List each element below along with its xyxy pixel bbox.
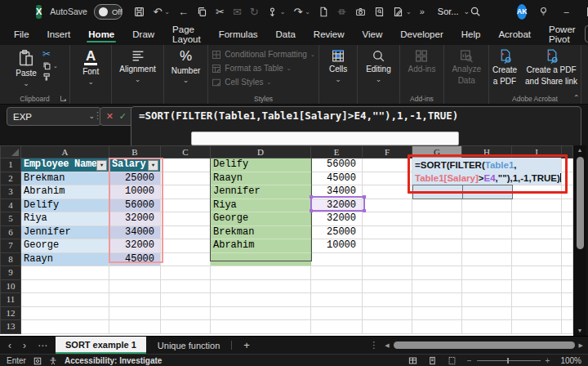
- enter-check-icon[interactable]: ✓: [119, 111, 127, 122]
- cell[interactable]: [311, 266, 363, 280]
- copy-icon[interactable]: [197, 7, 207, 17]
- cell[interactable]: [512, 279, 562, 293]
- cell[interactable]: [363, 158, 412, 172]
- page-break-view-icon[interactable]: [448, 356, 457, 365]
- cell[interactable]: [109, 266, 161, 280]
- save-icon[interactable]: [134, 7, 145, 17]
- cell-B2[interactable]: 25000: [109, 172, 161, 185]
- row-header-2[interactable]: 2: [1, 172, 21, 185]
- cell[interactable]: [412, 252, 462, 266]
- sheet-tab-sort-example[interactable]: SORT example 1: [56, 337, 146, 354]
- cell[interactable]: [363, 172, 412, 185]
- vertical-scrollbar[interactable]: ▲ ▼: [573, 145, 586, 336]
- row-header-9[interactable]: 9: [1, 266, 21, 280]
- cell[interactable]: [462, 185, 512, 199]
- tab-developer[interactable]: Developer: [391, 23, 452, 45]
- cell-E6[interactable]: 25000: [311, 225, 363, 239]
- tab-scroll-split-icon[interactable]: ⋮: [363, 337, 385, 354]
- new-file-icon[interactable]: [318, 7, 328, 17]
- create-pdf-button[interactable]: Create a PDF: [488, 47, 521, 87]
- cell-A3[interactable]: Abrahim: [21, 185, 109, 199]
- cell[interactable]: [363, 306, 412, 320]
- cell[interactable]: [161, 320, 211, 334]
- cell[interactable]: [363, 239, 412, 253]
- cell-D2[interactable]: Raayn: [211, 172, 311, 185]
- cell[interactable]: [211, 279, 311, 293]
- cell[interactable]: [211, 306, 311, 320]
- copy-icon[interactable]: [42, 61, 51, 70]
- sheet-list-icon[interactable]: ⋯: [38, 340, 47, 351]
- cell[interactable]: [109, 279, 161, 293]
- cut-icon[interactable]: ✂: [216, 7, 225, 17]
- tab-draw[interactable]: Draw: [123, 23, 163, 45]
- document-title[interactable]: Sor... ⌄: [438, 7, 470, 16]
- cell[interactable]: [311, 293, 363, 307]
- select-all-corner[interactable]: [1, 146, 21, 158]
- paste-button[interactable]: Paste ⌄: [11, 47, 41, 89]
- col-header-D[interactable]: D: [211, 146, 311, 158]
- cell-E5[interactable]: 32000: [311, 212, 363, 226]
- format-painter-icon[interactable]: [42, 73, 51, 82]
- cell[interactable]: [512, 252, 562, 266]
- draft-pen-icon[interactable]: [393, 7, 403, 17]
- tab-data[interactable]: Data: [267, 23, 305, 45]
- cell-D8[interactable]: [211, 252, 311, 266]
- filter-button[interactable]: ▼: [148, 160, 158, 171]
- cell[interactable]: [512, 225, 562, 239]
- editing-menu-button[interactable]: Editing ⌄: [362, 47, 395, 85]
- macro-record-icon[interactable]: [33, 357, 42, 365]
- cell[interactable]: [462, 320, 512, 334]
- cell[interactable]: [21, 306, 109, 320]
- cell-A7[interactable]: George: [21, 239, 109, 253]
- cell[interactable]: [311, 320, 363, 334]
- cell[interactable]: [363, 185, 412, 199]
- cell[interactable]: [363, 225, 412, 239]
- cell[interactable]: [311, 306, 363, 320]
- cell[interactable]: [462, 239, 512, 253]
- cell[interactable]: [412, 266, 462, 280]
- cell-D5[interactable]: George: [211, 212, 311, 226]
- row-header-4[interactable]: 4: [1, 199, 21, 212]
- touch-chevron-icon[interactable]: ⌄: [280, 8, 286, 16]
- scroll-right-icon[interactable]: ▶: [579, 342, 583, 349]
- tab-formulas[interactable]: Formulas: [210, 23, 267, 45]
- col-header-E[interactable]: E: [311, 146, 363, 158]
- qat-overflow-icon[interactable]: »: [420, 7, 425, 16]
- sheet-tab-unique-function[interactable]: Unique function: [146, 337, 231, 354]
- row-header-13[interactable]: 13: [1, 320, 21, 334]
- tab-file[interactable]: File: [5, 23, 38, 45]
- font-menu-button[interactable]: A Font ⌄: [78, 47, 103, 87]
- cells-menu-button[interactable]: Cells ⌄: [325, 47, 351, 85]
- cell-A4[interactable]: Delify: [21, 199, 109, 212]
- tab-page-layout[interactable]: Page Layout: [163, 23, 210, 45]
- tab-help[interactable]: Help: [452, 23, 490, 45]
- scroll-left-icon[interactable]: ◀: [385, 342, 389, 349]
- cell[interactable]: [412, 185, 462, 199]
- name-box[interactable]: EXP ⌄: [7, 107, 101, 126]
- sheet-nav-left-icon[interactable]: ‹: [8, 340, 11, 351]
- cell-D6[interactable]: Brekman: [211, 225, 311, 239]
- cell[interactable]: [462, 225, 512, 239]
- cell[interactable]: [161, 199, 211, 212]
- cell[interactable]: [412, 293, 462, 307]
- cell[interactable]: [21, 279, 109, 293]
- redo-chevron-icon[interactable]: ⌄: [305, 8, 310, 16]
- cell[interactable]: [211, 266, 311, 280]
- cut-icon[interactable]: ✂: [42, 49, 51, 59]
- cell-E1[interactable]: 56000: [311, 158, 363, 172]
- zoom-slider[interactable]: [477, 360, 541, 361]
- cell[interactable]: [512, 199, 562, 212]
- cell[interactable]: [412, 225, 462, 239]
- scroll-up-icon[interactable]: ▲: [577, 145, 583, 155]
- cell[interactable]: [412, 306, 462, 320]
- cell-A1[interactable]: Employee Name▼: [21, 158, 109, 172]
- cell[interactable]: [161, 185, 211, 199]
- cancel-icon[interactable]: ✕: [106, 111, 114, 122]
- filter-button[interactable]: ▼: [96, 160, 107, 171]
- cell-B4[interactable]: 56000: [109, 199, 161, 212]
- cell-A5[interactable]: Riya: [21, 212, 109, 226]
- cell-A6[interactable]: Jennifer: [21, 225, 109, 239]
- normal-view-icon[interactable]: [408, 356, 417, 365]
- tab-view[interactable]: View: [354, 23, 392, 45]
- comments-button[interactable]: Comments: [585, 25, 588, 42]
